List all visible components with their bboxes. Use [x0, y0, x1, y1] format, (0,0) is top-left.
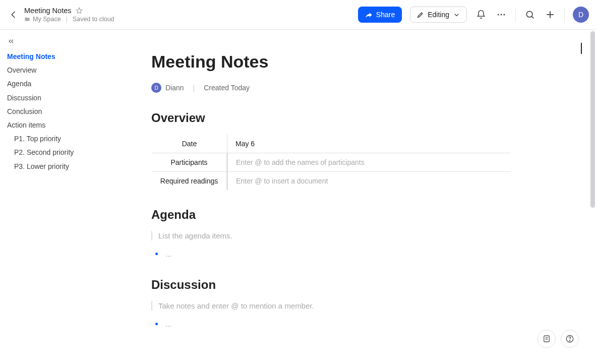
header-separator — [515, 8, 516, 22]
outline-item[interactable]: P1. Top priority — [7, 134, 111, 143]
outline-item[interactable]: Meeting Notes — [7, 52, 111, 61]
discussion-list[interactable]: ... — [151, 318, 511, 331]
header-separator-2 — [564, 8, 565, 22]
editing-mode-button[interactable]: Editing — [410, 7, 467, 23]
svg-point-4 — [526, 11, 532, 17]
outline-item[interactable]: Action items — [7, 120, 111, 130]
section-overview: Overview DateMay 6ParticipantsEnter @ to… — [151, 111, 511, 191]
outline-item[interactable]: Agenda — [7, 79, 111, 88]
sidebar-outline: Meeting NotesOverviewAgendaDiscussionCon… — [0, 30, 118, 364]
notifications-button[interactable] — [475, 9, 487, 21]
notes-float-button[interactable] — [538, 330, 556, 348]
user-avatar[interactable]: D — [573, 7, 589, 23]
svg-line-5 — [531, 16, 533, 18]
author-name: Diann — [165, 84, 184, 92]
star-icon[interactable] — [76, 7, 83, 14]
section-agenda: Agenda List the agenda items. ... — [151, 208, 511, 261]
heading-agenda[interactable]: Agenda — [151, 208, 511, 222]
text-cursor — [581, 43, 582, 54]
chevron-down-icon — [453, 11, 460, 19]
doc-author[interactable]: D Diann — [151, 83, 184, 93]
svg-point-2 — [501, 14, 502, 16]
outline-list: Meeting NotesOverviewAgendaDiscussionCon… — [7, 52, 111, 171]
breadcrumb-separator: | — [66, 16, 68, 23]
scrollbar-thumb[interactable] — [590, 31, 595, 208]
note-icon — [542, 334, 551, 343]
outline-item[interactable]: Discussion — [7, 93, 111, 102]
svg-point-3 — [503, 14, 505, 16]
header-bar: Meeting Notes My Space | Saved to cloud … — [0, 0, 596, 30]
save-status: Saved to cloud — [73, 16, 114, 23]
outline-item[interactable]: Conclusion — [7, 107, 111, 116]
list-item[interactable]: ... — [154, 318, 511, 331]
doc-created: Created Today — [204, 84, 250, 92]
table-label: Participants — [152, 153, 227, 172]
page-title[interactable]: Meeting Notes — [151, 52, 511, 72]
plus-icon — [545, 10, 555, 20]
search-icon — [525, 10, 535, 20]
heading-discussion[interactable]: Discussion — [151, 278, 511, 292]
floating-buttons — [538, 330, 579, 348]
folder-icon — [24, 16, 30, 22]
share-icon — [365, 11, 373, 19]
table-row: Required readingsEnter @ to insert a doc… — [152, 172, 511, 191]
chevrons-left-icon — [7, 37, 15, 45]
breadcrumb: My Space | Saved to cloud — [24, 16, 114, 23]
back-button[interactable] — [8, 9, 19, 20]
discussion-hint[interactable]: Take notes and enter @ to mention a memb… — [151, 301, 511, 311]
pencil-icon — [416, 11, 424, 19]
table-row: DateMay 6 — [152, 135, 511, 153]
table-row: ParticipantsEnter @ to add the names of … — [152, 153, 511, 172]
svg-point-12 — [569, 340, 570, 341]
search-button[interactable] — [524, 9, 536, 21]
title-block: Meeting Notes My Space | Saved to cloud — [24, 7, 114, 23]
help-icon — [565, 334, 574, 343]
meta-separator: | — [193, 84, 195, 92]
collapse-sidebar-button[interactable] — [7, 37, 16, 46]
header-right: Share Editing D — [358, 7, 589, 23]
add-button[interactable] — [544, 9, 556, 21]
doc-meta: D Diann | Created Today — [151, 83, 511, 93]
breadcrumb-space[interactable]: My Space — [24, 16, 61, 23]
agenda-list[interactable]: ... — [151, 248, 511, 261]
share-button[interactable]: Share — [358, 7, 402, 23]
bell-icon — [476, 10, 486, 20]
body: Meeting NotesOverviewAgendaDiscussionCon… — [0, 30, 596, 364]
svg-rect-8 — [544, 336, 550, 342]
outline-item[interactable]: P2. Second priority — [7, 148, 111, 157]
overview-table[interactable]: DateMay 6ParticipantsEnter @ to add the … — [151, 134, 511, 191]
outline-item[interactable]: Overview — [7, 66, 111, 75]
help-float-button[interactable] — [561, 330, 579, 348]
doc-title[interactable]: Meeting Notes — [24, 7, 72, 15]
share-label: Share — [376, 11, 395, 19]
table-value[interactable]: Enter @ to insert a document — [227, 172, 511, 191]
more-horizontal-icon — [496, 10, 506, 20]
agenda-hint[interactable]: List the agenda items. — [151, 231, 511, 240]
more-button[interactable] — [495, 9, 507, 21]
svg-marker-0 — [76, 8, 82, 13]
outline-item[interactable]: P3. Lower priority — [7, 162, 111, 171]
svg-point-1 — [498, 14, 499, 16]
table-label: Date — [152, 135, 227, 153]
author-avatar: D — [151, 83, 161, 93]
table-value[interactable]: May 6 — [227, 135, 511, 153]
space-name: My Space — [33, 16, 61, 23]
list-item[interactable]: ... — [154, 248, 511, 261]
section-discussion: Discussion Take notes and enter @ to men… — [151, 278, 511, 331]
heading-overview[interactable]: Overview — [151, 111, 511, 125]
document-editor[interactable]: Meeting Notes D Diann | Created Today Ov… — [118, 30, 596, 364]
editing-label: Editing — [428, 11, 449, 19]
table-label: Required readings — [152, 172, 227, 191]
table-value[interactable]: Enter @ to add the names of participants — [227, 153, 511, 172]
